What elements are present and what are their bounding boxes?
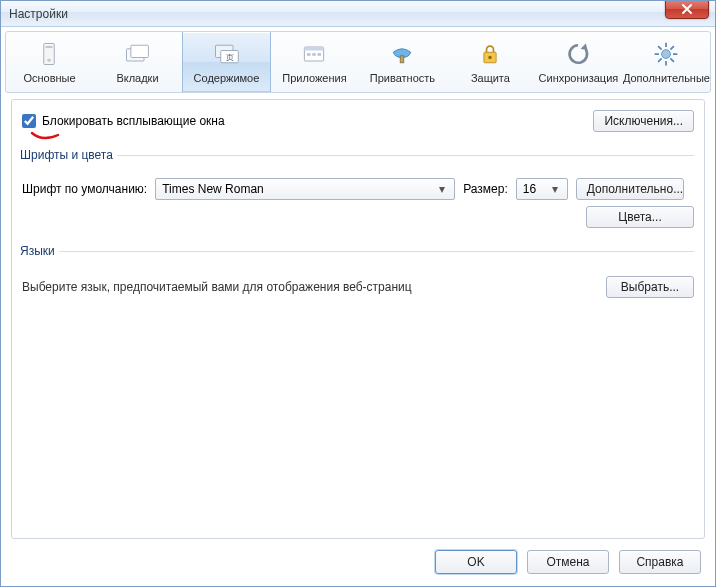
- svg-rect-12: [318, 53, 322, 56]
- tab-label: Приватность: [370, 72, 435, 84]
- help-button[interactable]: Справка: [619, 550, 701, 574]
- languages-section: Языки Выберите язык, предпочитаемый вами…: [22, 244, 694, 298]
- ok-button[interactable]: OK: [435, 550, 517, 574]
- advanced-icon: [652, 40, 680, 68]
- dialog-buttons: OK Отмена Справка: [435, 550, 701, 574]
- font-size-value: 16: [523, 182, 536, 196]
- tab-label: Приложения: [282, 72, 346, 84]
- tab-content[interactable]: 页 Содержимое: [182, 32, 271, 92]
- fonts-advanced-button[interactable]: Дополнительно...: [576, 178, 684, 200]
- block-popups-input[interactable]: [22, 114, 36, 128]
- fonts-colors-section: Шрифты и цвета Шрифт по умолчанию: Times…: [22, 148, 694, 228]
- window-title: Настройки: [9, 7, 68, 21]
- svg-rect-11: [313, 53, 317, 56]
- annotation-red-mark: [30, 130, 60, 140]
- svg-point-16: [662, 50, 671, 59]
- tab-label: Содержимое: [194, 72, 260, 84]
- cancel-button[interactable]: Отмена: [527, 550, 609, 574]
- privacy-icon: [388, 40, 416, 68]
- svg-rect-9: [305, 47, 324, 51]
- default-font-value: Times New Roman: [162, 182, 264, 196]
- font-size-select[interactable]: 16 ▾: [516, 178, 568, 200]
- svg-line-22: [671, 58, 675, 62]
- svg-line-23: [671, 46, 675, 50]
- svg-point-2: [48, 58, 52, 62]
- tab-label: Дополнительные: [623, 72, 710, 84]
- choose-language-button[interactable]: Выбрать...: [606, 276, 694, 298]
- tab-privacy[interactable]: Приватность: [359, 32, 447, 92]
- sync-icon: [564, 40, 592, 68]
- title-bar: Настройки: [1, 1, 715, 27]
- general-icon: [35, 40, 63, 68]
- default-font-select[interactable]: Times New Roman ▾: [155, 178, 455, 200]
- svg-point-15: [489, 56, 493, 60]
- block-popups-label: Блокировать всплывающие окна: [42, 114, 225, 128]
- tab-label: Синхронизация: [539, 72, 619, 84]
- default-font-label: Шрифт по умолчанию:: [22, 182, 147, 196]
- settings-tabs: Основные Вкладки 页 Содержимое Приложения: [5, 31, 711, 93]
- languages-title: Языки: [20, 244, 59, 258]
- svg-rect-1: [46, 46, 53, 48]
- tab-applications[interactable]: Приложения: [271, 32, 359, 92]
- tab-security[interactable]: Защита: [447, 32, 535, 92]
- exceptions-button[interactable]: Исключения...: [593, 110, 694, 132]
- fonts-colors-title: Шрифты и цвета: [20, 148, 117, 162]
- chevron-down-icon: ▾: [434, 182, 450, 196]
- font-size-label: Размер:: [463, 182, 508, 196]
- languages-description: Выберите язык, предпочитаемый вами для о…: [22, 280, 412, 294]
- svg-rect-10: [307, 53, 311, 56]
- security-icon: [476, 40, 504, 68]
- svg-text:页: 页: [226, 53, 234, 62]
- svg-rect-13: [401, 56, 405, 63]
- colors-button[interactable]: Цвета...: [586, 206, 694, 228]
- tab-advanced[interactable]: Дополнительные: [623, 32, 710, 92]
- chevron-down-icon: ▾: [547, 182, 563, 196]
- tab-sync[interactable]: Синхронизация: [535, 32, 623, 92]
- content-icon: 页: [212, 40, 240, 68]
- close-button[interactable]: [665, 0, 709, 19]
- close-icon: [681, 3, 693, 15]
- content-panel: Блокировать всплывающие окна Исключения.…: [11, 99, 705, 539]
- tabs-icon: [123, 40, 151, 68]
- tab-tabs[interactable]: Вкладки: [94, 32, 182, 92]
- svg-line-24: [659, 58, 663, 62]
- tab-label: Основные: [23, 72, 75, 84]
- svg-rect-4: [131, 45, 149, 57]
- block-popups-checkbox[interactable]: Блокировать всплывающие окна: [22, 114, 225, 128]
- svg-line-21: [659, 46, 663, 50]
- applications-icon: [300, 40, 328, 68]
- tab-general[interactable]: Основные: [6, 32, 94, 92]
- tab-label: Вкладки: [116, 72, 158, 84]
- tab-label: Защита: [471, 72, 510, 84]
